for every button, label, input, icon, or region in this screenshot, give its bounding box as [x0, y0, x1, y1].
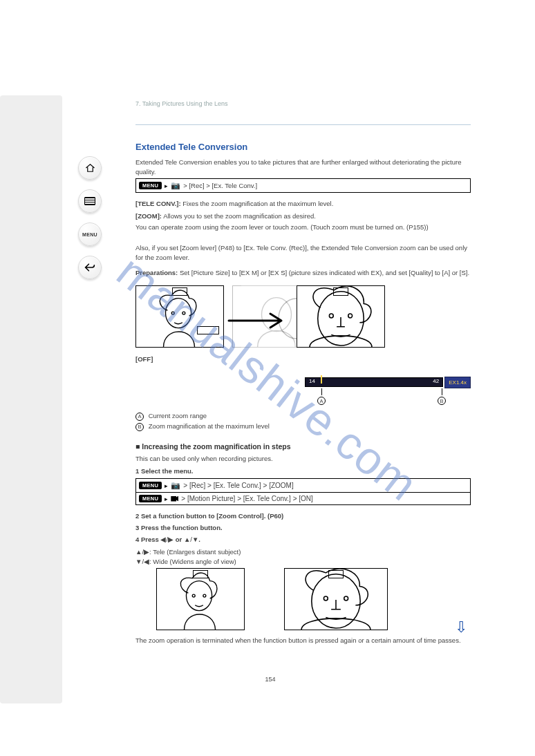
option-teleconv-label: [TELE CONV.]: — [135, 200, 181, 207]
menu-path-text: > [Rec] > [Ex. Tele Conv.] — [183, 182, 257, 189]
option-zoom-label: [ZOOM]: — [135, 212, 162, 220]
svg-point-9 — [192, 594, 195, 597]
camera-icon: 📷 — [171, 481, 180, 490]
fl-ex-badge: EX1.4x — [444, 377, 471, 388]
menu-badge: MENU — [139, 182, 162, 189]
callout-a-letter: A — [317, 397, 326, 405]
callout-b-letter: B — [438, 397, 446, 405]
fl-max: 42 — [431, 377, 441, 385]
video-icon — [171, 496, 178, 502]
menu-badge: MENU — [139, 495, 162, 502]
dir-wide: Wide (Widens angle of view) — [153, 558, 236, 565]
menu-badge: MENU — [139, 482, 162, 489]
illustration-tele — [297, 285, 385, 348]
section2-heading: ■ Increasing the zoom magnification in s… — [135, 442, 291, 451]
svg-point-6 — [329, 314, 333, 318]
illustration-wide-2 — [156, 568, 245, 630]
menu-box-group: MENU ▸ 📷 > [Rec] > [Ex. Tele Conv.] > [Z… — [135, 478, 471, 505]
option-zoom-body2: You can operate zoom using the zoom leve… — [135, 223, 429, 231]
step1: 1 Select the menu. — [135, 467, 193, 475]
arrow-icon: ▸ — [165, 482, 168, 489]
page-number: 154 — [265, 676, 275, 683]
callout-tick-a — [321, 388, 322, 395]
menu-path-video: > [Motion Picture] > [Ex. Tele Conv.] > … — [181, 495, 313, 502]
option-zoom-body1: Allows you to set the zoom magnification… — [163, 212, 316, 220]
preparations-body: Set [Picture Size] to [EX M] or [EX S] (… — [180, 269, 469, 276]
chapter-header: 7. Taking Pictures Using the Lens — [135, 100, 471, 107]
callout-b-text: Zoom magnification at the maximum level — [149, 422, 270, 430]
step2: 2 Set a function button to [Zoom Control… — [135, 512, 283, 520]
illustration-wide — [135, 285, 224, 348]
header-rule — [135, 124, 471, 125]
svg-point-2 — [182, 312, 185, 314]
step4: 4 Press — [135, 536, 160, 543]
intro-text: Extended Tele Conversion enables you to … — [135, 158, 471, 177]
option-teleconv-body: Fixes the zoom magnification at the maxi… — [182, 200, 333, 207]
menu-path-rec: > [Rec] > [Ex. Tele Conv.] > [ZOOM] — [183, 482, 293, 489]
page-content: 7. Taking Pictures Using the Lens Extend… — [63, 0, 478, 756]
callout-a-ref: A — [135, 413, 144, 421]
end-note: The zoom operation is terminated when th… — [135, 636, 471, 645]
continue-arrow-icon: ⇩ — [455, 618, 467, 636]
callout-a-text: Current zoom range — [149, 412, 207, 419]
callout-b-ref: B — [135, 423, 144, 431]
svg-point-12 — [323, 596, 328, 601]
svg-point-13 — [344, 596, 348, 601]
preparations-label: Preparations: — [135, 269, 178, 276]
camera-icon: 📷 — [171, 181, 180, 190]
section2-note: This can be used only when recording pic… — [135, 454, 471, 464]
callout-tick-b — [442, 388, 442, 395]
illustration-tele-2 — [284, 568, 388, 630]
arrow-icon: ▸ — [165, 495, 168, 502]
fl-min: 14 — [307, 377, 317, 385]
option-zoom-body3: Also, if you set [Zoom lever] (P48) to [… — [135, 244, 467, 261]
step3: 3 Press the function button. — [135, 524, 223, 531]
menu-path-box: MENU ▸ 📷 > [Rec] > [Ex. Tele Conv.] — [135, 178, 471, 193]
svg-point-10 — [203, 594, 206, 597]
dir-tele: Tele (Enlarges distant subject) — [153, 548, 241, 556]
svg-point-7 — [348, 314, 353, 318]
off-label: [OFF] — [135, 355, 153, 363]
arrow-icon: ▸ — [165, 182, 168, 189]
sidebar-background — [0, 95, 62, 703]
arrow-right-icon — [227, 311, 297, 330]
section-title: Extended Tele Conversion — [135, 142, 247, 152]
svg-point-1 — [171, 312, 174, 314]
focal-length-bar: 14 42 EX1.4x — [305, 375, 471, 389]
